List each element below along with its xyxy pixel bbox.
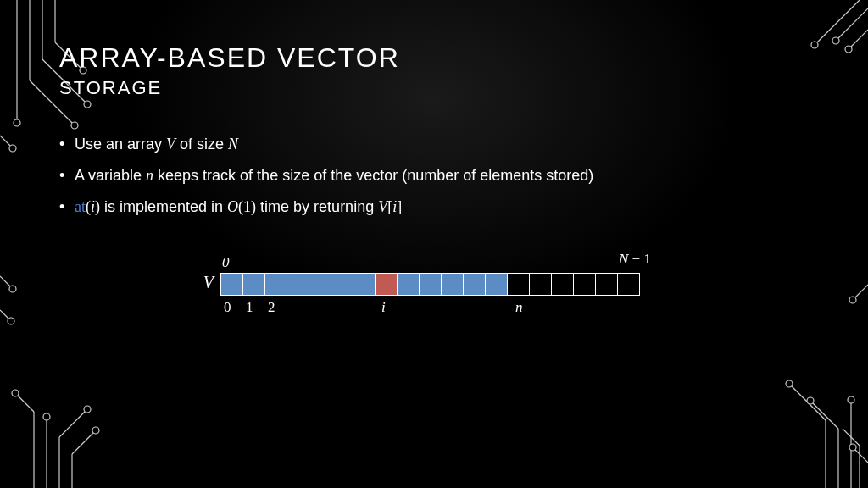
array-cell-filled [264, 273, 287, 296]
svg-point-33 [92, 427, 99, 434]
svg-point-30 [84, 406, 91, 413]
svg-point-25 [12, 390, 19, 396]
slide-title: ARRAY-BASED VECTOR [59, 42, 809, 74]
bullet-2: A variable n keeps track of the size of … [59, 164, 809, 187]
math-paren: (1) [238, 198, 256, 215]
array-name-label: V [197, 273, 214, 292]
svg-line-17 [851, 30, 868, 47]
array-cell-empty [595, 273, 618, 296]
index-label-i: i [381, 299, 386, 316]
math-function: at [75, 198, 86, 215]
math-var: n [146, 167, 153, 184]
array-top-labels: 0 N − 1 [220, 254, 640, 273]
array-cell-filled [485, 273, 508, 296]
svg-point-18 [845, 46, 852, 53]
svg-line-34 [855, 285, 868, 297]
svg-point-47 [849, 444, 856, 451]
bullet-text: keeps track of the size of the vector (n… [153, 167, 593, 184]
array-cell-filled [331, 273, 353, 296]
bullet-text: time by returning [256, 198, 378, 215]
math-var: N [228, 136, 238, 152]
svg-point-41 [807, 397, 814, 404]
index-label-0: 0 [224, 299, 231, 316]
bullet-list: Use an array V of size N A variable n ke… [59, 133, 809, 219]
array-cell-filled [353, 273, 376, 296]
svg-line-21 [0, 310, 8, 319]
svg-line-32 [72, 433, 93, 454]
array-cell-filled [287, 273, 309, 296]
bullet-text: Use an array [75, 136, 166, 152]
bullet-text: A variable [75, 167, 146, 184]
math-var: V [166, 136, 175, 152]
svg-line-46 [855, 450, 868, 463]
svg-point-38 [786, 380, 793, 387]
svg-point-22 [8, 318, 14, 324]
svg-line-37 [792, 386, 826, 420]
svg-point-1 [14, 119, 20, 126]
svg-line-13 [817, 0, 860, 42]
svg-line-11 [0, 136, 10, 146]
math-var: V [378, 198, 387, 215]
bullet-text: is implemented in [100, 198, 227, 215]
array-cell-filled [463, 273, 486, 296]
array-cell-filled [242, 273, 265, 296]
bullet-1: Use an array V of size N [59, 133, 809, 156]
array-cell-filled [397, 273, 420, 296]
bullet-3: at(i) is implemented in O(1) time by ret… [59, 196, 809, 219]
array-cell-filled [419, 273, 442, 296]
index-label-1: 1 [246, 299, 253, 316]
array-cell-filled [309, 273, 331, 296]
svg-point-27 [43, 413, 50, 420]
array-cell-filled [441, 273, 464, 296]
svg-point-20 [9, 286, 16, 292]
svg-line-29 [59, 412, 85, 437]
circuit-decoration-bottom-left [0, 268, 136, 488]
array-bottom-labels: 0 1 2 i n [220, 299, 640, 319]
svg-point-43 [848, 396, 854, 403]
svg-point-14 [811, 42, 818, 48]
svg-line-40 [813, 403, 838, 429]
array-cell-empty [573, 273, 596, 296]
svg-line-45 [843, 429, 860, 446]
bullet-text: of size [175, 136, 228, 152]
array-cell-empty [551, 273, 574, 296]
math-bracket: ] [397, 198, 402, 215]
svg-point-16 [832, 37, 839, 44]
index-label-last: N − 1 [619, 251, 651, 268]
index-label-n: n [515, 299, 523, 316]
array-cell-filled [220, 273, 243, 296]
slide-subtitle: STORAGE [59, 77, 809, 99]
math-var: O [227, 198, 238, 215]
svg-line-19 [0, 276, 10, 286]
svg-line-15 [838, 8, 868, 38]
index-label-2: 2 [268, 299, 275, 316]
array-cells [220, 273, 640, 296]
index-label-first: 0 [222, 254, 230, 271]
array-cell-empty [529, 273, 552, 296]
svg-point-12 [9, 145, 16, 152]
array-cell-highlight [375, 273, 398, 296]
slide-content: ARRAY-BASED VECTOR STORAGE Use an array … [59, 42, 809, 227]
array-cell-empty [507, 273, 530, 296]
circuit-decoration-bottom-right [724, 268, 868, 488]
array-diagram: V 0 N − 1 0 1 2 i n [220, 254, 640, 319]
svg-point-35 [849, 297, 856, 303]
array-cell-empty [617, 273, 640, 296]
svg-line-24 [17, 395, 34, 412]
